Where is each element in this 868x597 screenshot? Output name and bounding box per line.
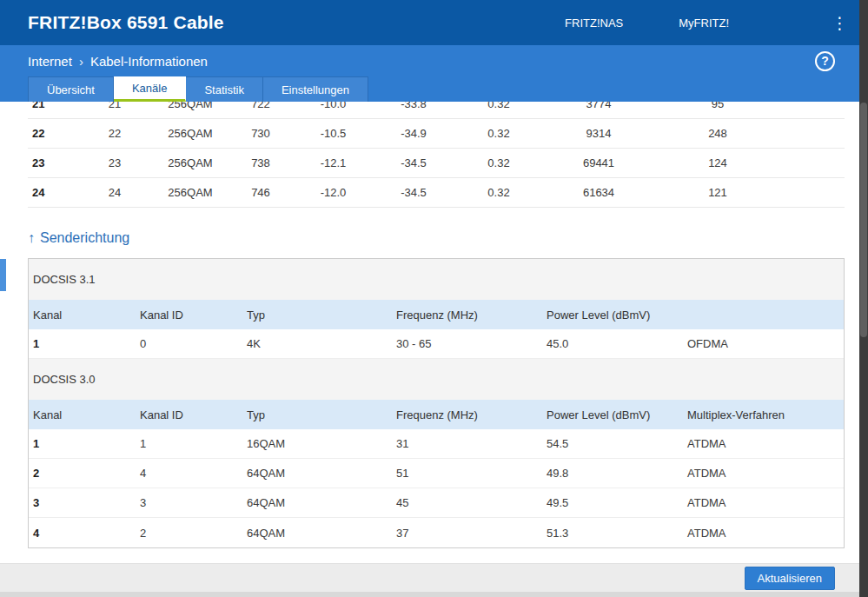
table-cell: 0.32 — [454, 127, 543, 140]
table-cell: 3 — [29, 496, 136, 509]
table-row: 1 1 16QAM 31 54.5 ATDMA — [29, 429, 844, 459]
table-cell: 23 — [28, 156, 76, 169]
column-header: Kanal — [29, 408, 136, 421]
table-cell: 54.5 — [542, 437, 683, 450]
kebab-menu-icon[interactable]: ⋮ — [832, 15, 847, 31]
app-window: FRITZ!Box 6591 Cable FRITZ!NAS MyFRITZ! … — [0, 0, 859, 597]
nav-myfritz-link[interactable]: MyFRITZ! — [679, 17, 729, 30]
column-header: Power Level (dBmV) — [542, 408, 683, 421]
tab-kanaele[interactable]: Kanäle — [114, 76, 186, 102]
table-cell: 30 - 65 — [392, 337, 542, 350]
table-cell: 16QAM — [242, 437, 392, 450]
table-cell: 61634 — [543, 186, 654, 199]
page-scrollbar[interactable] — [859, 0, 868, 597]
refresh-button[interactable]: Aktualisieren — [745, 567, 835, 590]
table-cell: ATDMA — [683, 496, 844, 509]
table-cell: 256QAM — [153, 156, 228, 169]
table-cell: -10.5 — [294, 127, 373, 140]
docsis31-section-label: DOCSIS 3.1 — [29, 259, 844, 300]
table-cell: 24 — [76, 186, 153, 199]
table-row: 21 21 256QAM 722 -10.0 -33.8 0.32 3774 9… — [28, 102, 845, 119]
app-header: FRITZ!Box 6591 Cable FRITZ!NAS MyFRITZ! … — [0, 0, 859, 45]
table-cell: -34.5 — [373, 156, 454, 169]
table-cell: 22 — [76, 127, 153, 140]
table-cell: 31 — [392, 437, 542, 450]
table-cell: 0.32 — [454, 156, 543, 169]
table-cell: 0.32 — [454, 186, 543, 199]
table-cell: 51.3 — [542, 527, 683, 540]
table-cell: -10.0 — [294, 102, 373, 110]
table-cell: 730 — [228, 127, 294, 140]
table-cell: 1 — [29, 437, 136, 450]
table-cell: 4 — [29, 527, 136, 540]
table-cell: 51 — [392, 467, 542, 480]
table-cell: 1 — [136, 437, 242, 450]
downstream-channel-table: 21 21 256QAM 722 -10.0 -33.8 0.32 3774 9… — [28, 102, 845, 208]
sub-navigation: Internet › Kabel-Informationen ? Übersic… — [0, 45, 859, 102]
table-cell: 248 — [654, 127, 781, 140]
breadcrumb-separator-icon: › — [79, 54, 83, 69]
table-cell: 64QAM — [242, 527, 392, 540]
table-cell: 95 — [654, 102, 781, 110]
column-header: Frequenz (MHz) — [392, 408, 542, 421]
table-header-row: Kanal Kanal ID Typ Frequenz (MHz) Power … — [29, 300, 844, 329]
header-nav: FRITZ!NAS MyFRITZ! — [565, 17, 729, 30]
table-cell: -34.9 — [373, 127, 454, 140]
table-cell: 0.32 — [454, 102, 543, 110]
breadcrumb-row: Internet › Kabel-Informationen ? — [0, 45, 859, 76]
table-cell: 4K — [242, 337, 392, 350]
table-cell: 121 — [654, 186, 781, 199]
table-cell: ATDMA — [683, 467, 844, 480]
breadcrumb-page: Kabel-Informationen — [90, 54, 208, 69]
column-header: Typ — [242, 308, 392, 322]
table-cell: 21 — [76, 102, 153, 110]
table-cell: -12.0 — [294, 186, 373, 199]
tab-bar: Übersicht Kanäle Statistik Einstellungen — [0, 76, 859, 102]
table-cell: 49.5 — [542, 496, 683, 509]
upstream-section-heading: ↑ Senderichtung — [28, 230, 845, 246]
table-cell: 49.8 — [542, 467, 683, 480]
table-cell: 256QAM — [153, 186, 228, 199]
table-row: 2 4 64QAM 51 49.8 ATDMA — [29, 459, 844, 488]
main-content: 21 21 256QAM 722 -10.0 -33.8 0.32 3774 9… — [0, 102, 859, 563]
table-row: 1 0 4K 30 - 65 45.0 OFDMA — [29, 329, 844, 359]
table-row: 3 3 64QAM 45 49.5 ATDMA — [29, 488, 844, 518]
column-header: Multiplex-Verfahren — [683, 408, 844, 421]
column-header: Kanal ID — [136, 408, 242, 421]
table-cell: 2 — [136, 527, 242, 540]
table-cell: 37 — [392, 527, 542, 540]
table-row: 24 24 256QAM 746 -12.0 -34.5 0.32 61634 … — [28, 178, 845, 208]
table-cell: 21 — [28, 102, 76, 110]
scrollbar-thumb[interactable] — [860, 103, 867, 337]
nav-fritznas-link[interactable]: FRITZ!NAS — [565, 17, 623, 30]
table-cell: 3774 — [543, 102, 654, 110]
table-cell: 738 — [228, 156, 294, 169]
upstream-heading-label: Senderichtung — [40, 230, 129, 246]
breadcrumb-section: Internet — [28, 54, 72, 69]
tab-einstellungen[interactable]: Einstellungen — [263, 76, 368, 102]
table-row: 23 23 256QAM 738 -12.1 -34.5 0.32 69441 … — [28, 149, 845, 178]
table-cell: 1 — [29, 337, 136, 350]
help-icon[interactable]: ? — [815, 51, 835, 71]
table-cell: -33.8 — [373, 102, 454, 110]
breadcrumb: Internet › Kabel-Informationen — [28, 54, 208, 69]
upstream-tables-card: DOCSIS 3.1 Kanal Kanal ID Typ Frequenz (… — [28, 258, 845, 548]
table-cell: ATDMA — [683, 527, 844, 540]
table-cell: 256QAM — [153, 102, 228, 110]
table-header-row: Kanal Kanal ID Typ Frequenz (MHz) Power … — [29, 400, 844, 429]
table-cell: 256QAM — [153, 127, 228, 140]
column-header: Kanal ID — [136, 308, 242, 322]
tab-uebersicht[interactable]: Übersicht — [28, 76, 114, 102]
column-header: Kanal — [29, 308, 136, 322]
sidebar-peek-handle[interactable] — [0, 259, 6, 291]
table-cell: 9314 — [543, 127, 654, 140]
table-cell: 23 — [76, 156, 153, 169]
table-cell: 64QAM — [242, 467, 392, 480]
tab-statistik[interactable]: Statistik — [186, 76, 263, 102]
table-row: 4 2 64QAM 37 51.3 ATDMA — [29, 518, 844, 547]
column-header: Power Level (dBmV) — [542, 308, 683, 322]
table-cell: 124 — [654, 156, 781, 169]
table-cell: 45 — [392, 496, 542, 509]
app-title: FRITZ!Box 6591 Cable — [28, 12, 224, 33]
table-cell: 45.0 — [542, 337, 683, 350]
